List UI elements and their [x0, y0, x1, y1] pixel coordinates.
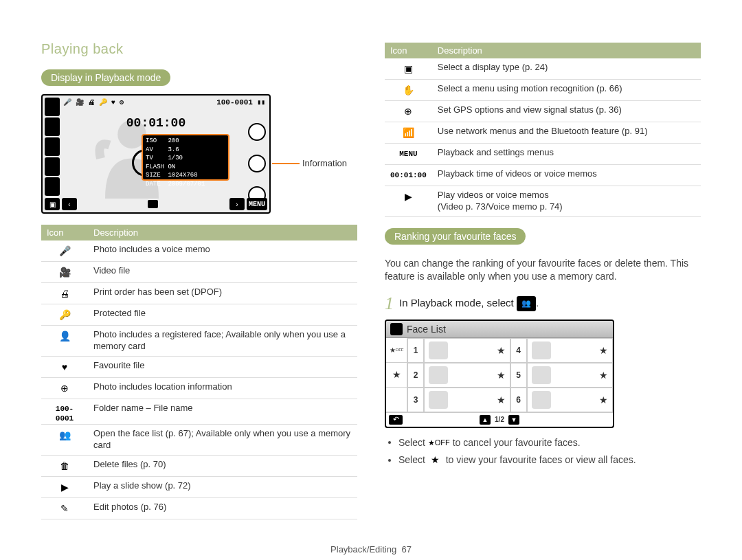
star-icon: ★ [497, 370, 506, 381]
icon-description: Set GPS options and view signal status (… [432, 101, 701, 122]
ranking-description: You can change the ranking of your favou… [385, 257, 701, 284]
prev-icon: ‹ [62, 198, 77, 210]
slideshow-icon: ▶ [57, 480, 72, 494]
location-info-icon: ⊕ [57, 381, 72, 395]
favourite-file-icon: ♥ [57, 360, 72, 374]
face-rank-number: 6 [510, 388, 527, 412]
table-row: MENUPlayback and settings menus [385, 144, 701, 165]
table-header-description: Description [88, 225, 357, 240]
avatar [532, 366, 551, 384]
face-slot: ★ [424, 338, 510, 363]
table-row: ✎Edit photos (p. 76) [41, 497, 357, 519]
list-item: Select ★ to view your favourite faces or… [398, 453, 701, 467]
avatar [429, 391, 448, 409]
gps-icon [248, 155, 266, 172]
icon-description: Photo includes location information [88, 377, 357, 399]
page-up-icon: ▲ [480, 415, 491, 425]
section-heading-display: Display in Playback mode [41, 69, 170, 86]
face-list-title: Face List [407, 324, 446, 335]
icon-description: Video file [88, 262, 357, 283]
callout-label-information: Information [302, 158, 347, 168]
table-row: 🖨Print order has been set (DPOF) [41, 283, 357, 304]
bullet-list: Select ★OFF to cancel your favourite fac… [385, 436, 701, 467]
screen-side-button [45, 177, 60, 196]
icon-description: Delete files (p. 70) [88, 455, 357, 476]
table-row: ⊕Set GPS options and view signal status … [385, 101, 701, 122]
icon-description-table-right: Icon Description ▣Select a display type … [385, 43, 701, 217]
face-rank-number: 4 [510, 338, 527, 363]
edit-photos-icon: ✎ [57, 502, 72, 515]
screen-side-button [45, 117, 60, 136]
icon-description: Photo includes a registered face; Availa… [88, 326, 357, 357]
star-off-icon: ★OFF [428, 436, 450, 450]
icon-description: Edit photos (p. 76) [88, 497, 357, 519]
star-icon: ★ [599, 394, 608, 405]
table-row: 👤Photo includes a registered face; Avail… [41, 326, 357, 357]
icon-description: Playback and settings menus [432, 144, 701, 165]
table-row: ▣Select a display type (p. 24) [385, 58, 701, 80]
table-row: ▶Play videos or voice memos (Video p. 73… [385, 186, 701, 217]
table-row: ▶Play a slide show (p. 72) [41, 476, 357, 497]
delete-icon: 🗑 [57, 459, 72, 473]
face-rank-number: 1 [407, 338, 424, 363]
playback-screen-mockup: 🎤 🎥 🖨 🔑 ♥ ⊕ 100-0001 ▮▮ 00: [41, 94, 271, 214]
callout-line [272, 163, 300, 164]
motion-menu-icon [248, 123, 266, 141]
registered-face-icon: 👤 [57, 329, 72, 343]
face-slot: ★ [424, 388, 510, 412]
protected-file-icon: 🔑 [57, 308, 72, 322]
table-row: 📶Use network menus and the Bluetooth fea… [385, 122, 701, 144]
table-row: ✋Select a menu using motion recognition … [385, 80, 701, 101]
step-number: 1 [385, 293, 394, 314]
star-icon: ★ [599, 345, 608, 356]
face-rank-number: 2 [407, 363, 424, 388]
page-indicator: 1/2 [495, 416, 504, 423]
favourite-file-icon: ♥ [111, 99, 115, 107]
play-icon: ▶ [401, 190, 416, 203]
table-row: 🎤Photo includes a voice memo [41, 240, 357, 262]
face-slot: ★ [424, 363, 510, 388]
icon-description: Print order has been set (DPOF) [88, 283, 357, 304]
avatar [429, 366, 448, 384]
face-list-icon: 👥 [517, 296, 536, 311]
table-row: 👥Open the face list (p. 67); Available o… [41, 425, 357, 456]
face-slot: ★ [527, 388, 614, 412]
back-icon: ↶ [389, 415, 403, 425]
icon-description: Photo includes a voice memo [88, 240, 357, 262]
star-icon: ★ [497, 394, 506, 405]
table-row: ♥Favourite file [41, 356, 357, 377]
battery-icon: ▮▮ [257, 98, 265, 107]
icon-description: Use network menus and the Bluetooth feat… [432, 122, 701, 144]
display-type-icon: ▣ [45, 198, 60, 210]
print-order-icon: 🖨 [88, 98, 95, 107]
screen-side-button [45, 98, 60, 116]
photo-info-panel: ISO 200 AV 3.6 TV 1/30 FLASH ON SIZE 102… [142, 134, 229, 181]
star-off-icon: ★OFF [386, 338, 407, 363]
display-type-icon: ▣ [401, 62, 416, 76]
face-rank-number: 3 [407, 388, 424, 412]
print-order-icon: 🖨 [57, 287, 72, 300]
next-icon: › [229, 198, 245, 210]
screen-side-button [45, 157, 60, 176]
star-icon: ★ [428, 453, 443, 467]
menu-button: MENU [247, 198, 267, 210]
table-row: 100-0001Folder name – File name [41, 399, 357, 424]
table-header-icon: Icon [385, 43, 432, 58]
icon-description: Open the face list (p. 67); Available on… [88, 425, 357, 456]
table-row: ⊕Photo includes location information [41, 377, 357, 399]
avatar [532, 391, 551, 409]
icon-description: Play a slide show (p. 72) [88, 476, 357, 497]
bottom-indicator-icon [148, 200, 158, 208]
icon-description: Favourite file [88, 356, 357, 377]
icon-description: Select a display type (p. 24) [432, 58, 701, 80]
face-list-icon: 👥 [57, 428, 72, 442]
icon-description: Folder name – File name [88, 399, 357, 424]
section-heading-ranking: Ranking your favourite faces [385, 228, 526, 245]
location-info-icon: ⊕ [120, 98, 124, 107]
icon-description: Protected file [88, 304, 357, 326]
table-row: 00:01:00Playback time of videos or voice… [385, 165, 701, 186]
face-rank-number: 5 [510, 363, 527, 388]
video-file-icon: 🎥 [57, 265, 72, 279]
icon-description: Play videos or voice memos (Video p. 73/… [432, 186, 701, 217]
face-slot: ★ [527, 338, 614, 363]
